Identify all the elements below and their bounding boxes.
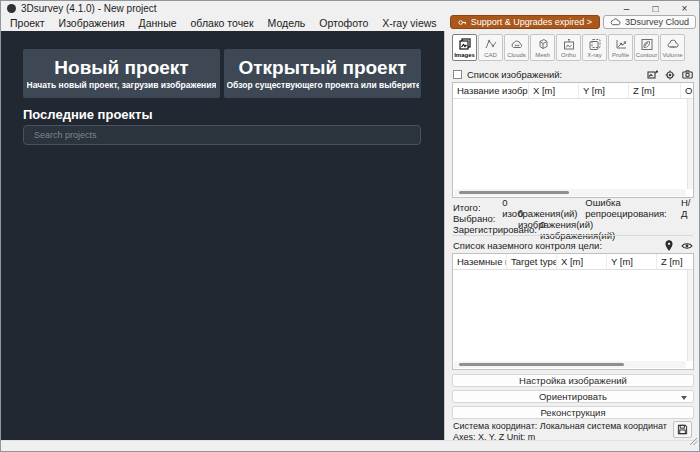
tab-images[interactable]: Images <box>452 34 477 61</box>
mesh-icon <box>536 38 550 51</box>
image-settings-label: Настройка изображений <box>519 375 627 386</box>
gcp-table-hscrollbar[interactable] <box>454 361 686 368</box>
open-project-button[interactable]: Открытый проект Обзор существующего прое… <box>224 49 421 98</box>
window-controls: – □ × <box>612 1 699 16</box>
camera-settings-button[interactable] <box>682 70 693 79</box>
col-image-name: Название изображения <box>453 83 529 98</box>
window-status-strip <box>1 440 699 451</box>
tab-mesh[interactable]: Mesh <box>530 34 555 61</box>
support-upgrades-label: Support & Upgrades expired > <box>471 17 592 27</box>
resize-grip[interactable] <box>689 432 698 450</box>
image-table-hscrollbar[interactable] <box>454 189 686 196</box>
image-list-table: Название изображения X [m] Y [m] Z [m] О <box>452 82 694 198</box>
cad-icon <box>484 38 498 51</box>
gcp-col-target-type: Target type <box>507 254 557 269</box>
image-table-body[interactable] <box>453 99 687 189</box>
image-list-label: Список изображений: <box>467 69 562 80</box>
menu-images[interactable]: Изображения <box>52 17 132 29</box>
search-projects-input[interactable] <box>23 125 421 145</box>
maximize-button[interactable]: □ <box>641 1 670 16</box>
tab-contour-label: Contour <box>636 52 657 58</box>
tab-xray[interactable]: X-ray <box>582 34 607 61</box>
add-gcp-button[interactable] <box>665 240 673 251</box>
reconstruct-button[interactable]: Реконструкция <box>452 406 694 419</box>
cloud-icon <box>610 18 621 26</box>
menu-xray-views[interactable]: X-ray views <box>375 17 443 29</box>
stat-registered-value: 0 изображения(ий) <box>540 219 615 241</box>
image-table-header: Название изображения X [m] Y [m] Z [m] О <box>453 83 693 99</box>
contour-icon <box>640 38 654 51</box>
menu-data[interactable]: Данные <box>132 17 184 29</box>
gcp-header-row: Список наземного контроля цели: <box>453 240 693 251</box>
gcp-col-x: X [m] <box>557 254 607 269</box>
gcp-hscroll-thumb[interactable] <box>459 363 624 366</box>
add-images-button[interactable] <box>647 70 658 80</box>
key-icon <box>458 18 467 27</box>
coord-system-line: Система координат: Локальная система коо… <box>453 421 667 432</box>
eye-icon <box>681 242 693 250</box>
hscroll-thumb[interactable] <box>459 191 569 194</box>
location-pin-icon <box>665 240 673 251</box>
gcp-list-label: Список наземного контроля цели: <box>453 240 602 251</box>
menu-orthophoto[interactable]: Ортофото <box>312 17 375 29</box>
image-settings-button[interactable]: Настройка изображений <box>452 374 694 387</box>
stat-reproj-label: Ошибка репроецирования: <box>585 197 676 219</box>
stat-reproj-value: Н/Д <box>681 197 693 219</box>
col-x: X [m] <box>529 83 579 98</box>
volume-icon <box>666 38 680 51</box>
menu-model[interactable]: Модель <box>261 17 313 29</box>
center-view-button[interactable] <box>665 70 675 80</box>
tab-clouds[interactable]: Clouds <box>504 34 529 61</box>
orient-button[interactable]: Ориентировать <box>452 390 694 403</box>
images-icon <box>458 38 472 51</box>
stat-total-label: Итого: <box>453 202 502 213</box>
reconstruct-label: Реконструкция <box>540 407 605 418</box>
add-image-icon <box>647 70 658 80</box>
panel-separator <box>452 235 693 236</box>
tab-volume[interactable]: Volume <box>660 34 685 61</box>
tab-cad[interactable]: CAD <box>478 34 503 61</box>
gcp-table-vscrollbar[interactable] <box>687 270 693 361</box>
open-project-title: Открытый проект <box>239 57 407 78</box>
tab-profile[interactable]: Profile <box>608 34 633 61</box>
menu-pointcloud[interactable]: облако точек <box>184 17 261 29</box>
gcp-table-body[interactable] <box>453 270 687 361</box>
minimize-button[interactable]: – <box>612 1 641 16</box>
workflow-panel: Images CAD Clouds Mesh Ortho X-ray <box>444 31 700 442</box>
menu-project[interactable]: Проект <box>3 17 52 29</box>
gcp-col-name: Наземные контр <box>453 254 507 269</box>
recent-projects-heading: Последние проекты <box>23 107 153 122</box>
toggle-gcp-visibility-button[interactable] <box>681 242 693 250</box>
col-z: Z [m] <box>629 83 681 98</box>
col-y: Y [m] <box>579 83 629 98</box>
close-button[interactable]: × <box>670 1 699 16</box>
col-orientation: О <box>681 83 693 98</box>
support-upgrades-button[interactable]: Support & Upgrades expired > <box>450 15 600 29</box>
tab-images-label: Images <box>454 52 475 58</box>
stat-selected-label: Выбрано: <box>453 213 518 224</box>
image-table-vscrollbar[interactable] <box>687 99 693 189</box>
open-project-subtitle: Обзор существующего проекта или выберите… <box>227 80 419 90</box>
app-window: 3Dsurvey (4.1.0) - New project – □ × Про… <box>0 0 700 452</box>
save-icon <box>677 424 688 435</box>
tab-contour[interactable]: Contour <box>634 34 659 61</box>
title-bar: 3Dsurvey (4.1.0) - New project <box>1 1 699 16</box>
window-title: 3Dsurvey (4.1.0) - New project <box>21 3 157 14</box>
gcp-col-y: Y [m] <box>607 254 657 269</box>
start-page-panel: Новый проект Начать новый проект, загруз… <box>1 31 444 442</box>
header-actions: Support & Upgrades expired > 3Dsurvey Cl… <box>450 15 696 29</box>
camera-icon <box>682 70 693 79</box>
image-stats: Итого: 0 изображения(ий) Ошибка репроеци… <box>453 202 693 235</box>
tab-clouds-label: Clouds <box>507 52 526 58</box>
tab-mesh-label: Mesh <box>535 52 550 58</box>
profile-icon <box>614 38 628 51</box>
gcp-table-header: Наземные контр Target type X [m] Y [m] Z… <box>453 254 693 270</box>
gcp-table: Наземные контр Target type X [m] Y [m] Z… <box>452 253 694 370</box>
image-list-checkbox[interactable] <box>453 70 462 79</box>
cloud-button[interactable]: 3Dsurvey Cloud <box>603 15 696 29</box>
new-project-title: Новый проект <box>54 57 188 78</box>
new-project-button[interactable]: Новый проект Начать новый проект, загруз… <box>23 49 220 98</box>
tab-xray-label: X-ray <box>587 52 601 58</box>
tab-ortho[interactable]: Ortho <box>556 34 581 61</box>
coordinate-system-status: Система координат: Локальная система коо… <box>453 421 667 442</box>
